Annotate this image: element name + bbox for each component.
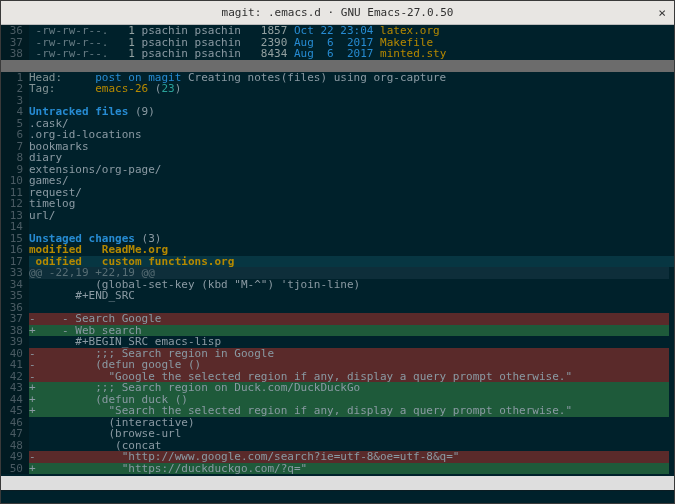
magit-status-buffer[interactable]: 1Head: post on magit Creating notes(file…: [1, 72, 674, 475]
magit-line[interactable]: 13url/: [1, 210, 674, 222]
line-number: 6: [1, 129, 29, 141]
magit-line[interactable]: 43+ ;;; Search region on Duck.com/DuckDu…: [1, 382, 674, 394]
magit-line[interactable]: 41- (defun google (): [1, 359, 674, 371]
line-number: 38: [1, 48, 29, 60]
line-number: 41: [1, 359, 29, 371]
line-number: 45: [1, 405, 29, 417]
window-title: magit: .emacs.d · GNU Emacs-27.0.50: [222, 6, 454, 19]
close-icon[interactable]: ×: [658, 5, 666, 20]
dired-row[interactable]: 38 -rw-rw-r--. 1 psachin psachin 8434 Au…: [1, 48, 674, 60]
magit-line[interactable]: 10games/: [1, 175, 674, 187]
magit-line[interactable]: 7bookmarks: [1, 141, 674, 153]
line-number: 35: [1, 290, 29, 302]
line-number: 12: [1, 198, 29, 210]
line-number: 33: [1, 267, 29, 279]
line-number: 47: [1, 428, 29, 440]
line-number: 16: [1, 244, 29, 256]
line-number: 50: [1, 463, 29, 475]
magit-line[interactable]: 12timelog: [1, 198, 674, 210]
window-titlebar[interactable]: magit: .emacs.d · GNU Emacs-27.0.50 ×: [1, 1, 674, 25]
main-modeline: U:%%- magit: .emacs.d Top of 6.0k (32,0)…: [1, 476, 674, 490]
line-number: 39: [1, 336, 29, 348]
magit-line[interactable]: 9extensions/org-page/: [1, 164, 674, 176]
line-number: 49: [1, 451, 29, 463]
magit-line[interactable]: 37- - Search Google: [1, 313, 674, 325]
line-number: 7: [1, 141, 29, 153]
emacs-window: magit: .emacs.d · GNU Emacs-27.0.50 × 36…: [0, 0, 675, 504]
line-number: 43: [1, 382, 29, 394]
magit-line[interactable]: 35 #+END_SRC: [1, 290, 674, 302]
magit-line[interactable]: 50+ "https://duckduckgo.com/?q=": [1, 463, 674, 475]
magit-line[interactable]: 49- "http://www.google.com/search?ie=utf…: [1, 451, 674, 463]
dired-listing: 36 -rw-rw-r--. 1 psachin psachin 1857 Oc…: [1, 25, 674, 60]
magit-line[interactable]: 2Tag: emacs-26 (23): [1, 83, 674, 95]
line-number: 3: [1, 95, 29, 107]
line-number: 8: [1, 152, 29, 164]
line-number: 10: [1, 175, 29, 187]
line-number: 36: [1, 25, 29, 37]
line-number: 2: [1, 83, 29, 95]
magit-line[interactable]: 6.org-id-locations: [1, 129, 674, 141]
line-number: 1: [1, 72, 29, 84]
line-number: 5: [1, 118, 29, 130]
editor-content[interactable]: 36 -rw-rw-r--. 1 psachin psachin 1857 Oc…: [1, 25, 674, 476]
magit-line[interactable]: 4Untracked files (9): [1, 106, 674, 118]
magit-line[interactable]: 11request/: [1, 187, 674, 199]
line-number: 37: [1, 313, 29, 325]
echo-area: [1, 490, 674, 503]
line-number: 4: [1, 106, 29, 118]
line-number: 14: [1, 221, 29, 233]
magit-line[interactable]: 39 #+BEGIN_SRC emacs-lisp: [1, 336, 674, 348]
